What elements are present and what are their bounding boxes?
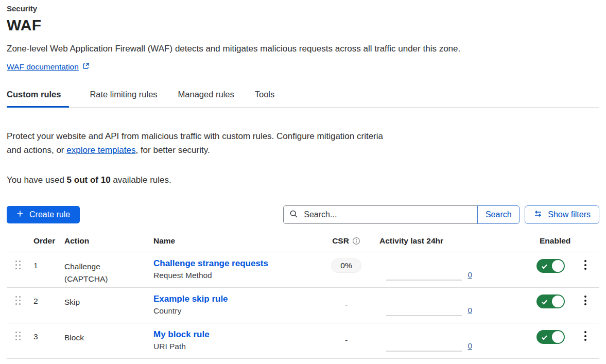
show-filters-button[interactable]: Show filters <box>525 205 599 224</box>
drag-handle-icon[interactable] <box>15 332 21 340</box>
usage-count: 5 out of 10 <box>67 175 111 185</box>
search-input[interactable] <box>303 210 472 220</box>
enabled-toggle[interactable] <box>536 330 565 344</box>
search-box <box>283 205 478 224</box>
activity-cell: 0 <box>371 252 481 287</box>
check-icon <box>541 263 548 272</box>
enabled-toggle[interactable] <box>536 294 565 308</box>
csr-value: - <box>345 336 348 345</box>
create-rule-button[interactable]: Create rule <box>7 206 80 223</box>
search-icon <box>289 210 298 220</box>
rule-action: Challenge (CAPTCHA) <box>62 252 151 287</box>
breadcrumb: Security <box>7 4 599 13</box>
activity-cell: 0 <box>371 288 481 323</box>
rule-name-cell: Example skip rule Country <box>151 288 322 323</box>
csr-badge: 0% <box>331 258 361 273</box>
table-header-row: Order Action Name CSR Activity last 24hr… <box>7 236 599 252</box>
drag-handle-icon[interactable] <box>15 261 21 269</box>
activity-count-link[interactable]: 0 <box>468 270 472 280</box>
toggle-knob <box>552 331 564 343</box>
drag-handle-icon[interactable] <box>15 296 21 305</box>
waf-page: Security WAF Zone-level Web Application … <box>0 0 606 359</box>
menu-cell <box>572 323 599 358</box>
activity-sparkline <box>386 315 462 316</box>
search-group: Search <box>283 205 520 224</box>
activity-count-link[interactable]: 0 <box>468 306 472 315</box>
rule-name-cell: Challenge strange requests Request Metho… <box>151 252 322 287</box>
rule-name-link[interactable]: Example skip rule <box>153 294 228 304</box>
waf-documentation-link[interactable]: WAF documentation <box>7 62 79 72</box>
rule-action: Skip <box>62 288 151 323</box>
documentation-row: WAF documentation <box>7 62 599 72</box>
menu-cell <box>572 252 599 287</box>
rule-field: Request Method <box>153 271 322 280</box>
rule-name-link[interactable]: My block rule <box>153 330 210 340</box>
rules-table: Order Action Name CSR Activity last 24hr… <box>7 236 599 359</box>
col-header-name: Name <box>151 236 322 246</box>
activity-cell: 0 <box>371 323 481 358</box>
rule-field: Country <box>153 306 322 316</box>
activity-sparkline <box>386 280 462 281</box>
tab-tools[interactable]: Tools <box>255 90 275 107</box>
tab-custom-rules[interactable]: Custom rules <box>7 90 69 108</box>
intro-text: Protect your website and API from malici… <box>7 129 389 157</box>
tab-bar: Custom rules Rate limiting rules Managed… <box>7 90 599 108</box>
toggle-knob <box>552 260 564 272</box>
csr-cell: - <box>322 323 371 358</box>
col-header-csr: CSR <box>332 236 349 246</box>
usage-text: You have used 5 out of 10 available rule… <box>7 175 599 185</box>
drag-handle-cell <box>7 323 31 358</box>
rule-name-link[interactable]: Challenge strange requests <box>153 258 268 269</box>
rule-action-line2: (CAPTCHA) <box>64 273 151 285</box>
row-menu-button[interactable] <box>582 331 588 341</box>
show-filters-label: Show filters <box>548 210 591 219</box>
rule-action: Block <box>62 323 151 358</box>
table-row: 3 Block My block rule URI Path - 0 <box>7 323 599 359</box>
rule-action-line1: Challenge <box>64 261 151 273</box>
rule-action-line1: Block <box>64 332 151 344</box>
enabled-cell <box>530 288 572 323</box>
row-menu-button[interactable] <box>582 296 588 305</box>
table-row: 1 Challenge (CAPTCHA) Challenge strange … <box>7 252 599 288</box>
page-description: Zone-level Web Application Firewall (WAF… <box>7 44 599 54</box>
rule-name-cell: My block rule URI Path <box>151 323 322 358</box>
enabled-cell <box>530 252 572 287</box>
intro-part2: , for better security. <box>135 145 210 155</box>
create-rule-label: Create rule <box>29 210 70 219</box>
tab-managed-rules[interactable]: Managed rules <box>178 90 234 107</box>
activity-sparkline <box>386 351 462 352</box>
rule-order: 3 <box>31 323 62 358</box>
csr-cell: 0% <box>322 252 371 287</box>
rule-order: 1 <box>31 252 62 287</box>
table-row: 2 Skip Example skip rule Country - 0 <box>7 288 599 323</box>
col-header-enabled: Enabled <box>530 236 572 246</box>
csr-cell: - <box>322 288 371 323</box>
rule-field: URI Path <box>153 342 322 351</box>
drag-handle-cell <box>7 252 31 287</box>
rule-order: 2 <box>31 288 62 323</box>
csr-value: - <box>345 300 348 309</box>
enabled-cell <box>530 323 572 358</box>
menu-cell <box>572 288 599 323</box>
col-header-activity: Activity last 24hr <box>371 236 481 246</box>
info-icon[interactable] <box>352 237 360 245</box>
drag-handle-cell <box>7 288 31 323</box>
check-icon <box>541 334 548 343</box>
filters-arrows-icon <box>533 209 543 220</box>
usage-before: You have used <box>7 175 67 185</box>
usage-after: available rules. <box>111 175 171 185</box>
col-header-action: Action <box>62 236 151 246</box>
search-button[interactable]: Search <box>477 205 520 224</box>
explore-templates-link[interactable]: explore templates <box>66 145 135 155</box>
check-icon <box>541 298 548 307</box>
enabled-toggle[interactable] <box>536 259 565 273</box>
row-menu-button[interactable] <box>582 260 588 270</box>
tab-rate-limiting-rules[interactable]: Rate limiting rules <box>90 90 157 107</box>
activity-count-link[interactable]: 0 <box>468 341 472 351</box>
page-title: WAF <box>7 16 599 34</box>
col-header-order: Order <box>31 236 62 246</box>
toolbar: Create rule Search <box>7 205 599 224</box>
rule-action-line1: Skip <box>64 296 151 308</box>
external-link-icon <box>82 62 90 72</box>
toggle-knob <box>552 296 564 307</box>
